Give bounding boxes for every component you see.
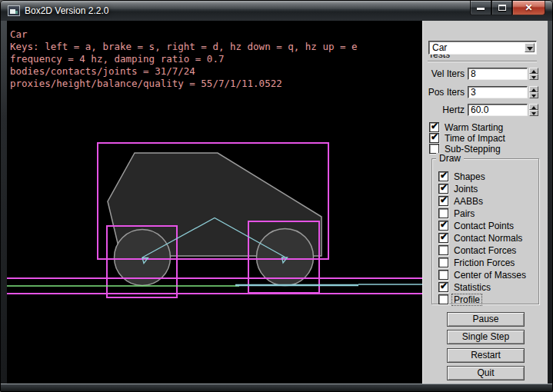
checkbox-box: ✔ [438, 221, 448, 231]
hertz-spinner [529, 104, 538, 116]
pause-button[interactable]: Pause [447, 312, 525, 327]
checkbox-box: ✔ [438, 184, 448, 194]
checkbox-box: ✔ [438, 196, 448, 206]
check-icon: ✔ [440, 219, 448, 230]
arrow-up-icon [531, 106, 536, 109]
checkbox-box: ✔ [438, 270, 448, 280]
restart-button[interactable]: Restart [447, 348, 525, 363]
chevron-down-icon [527, 47, 533, 51]
vel-iters-row: Vel Iters [423, 68, 548, 80]
pos-iters-input[interactable] [468, 86, 528, 98]
tests-dropdown[interactable]: Car [428, 41, 537, 55]
vel-iters-spinner [529, 68, 538, 80]
tests-dropdown-value: Car [432, 42, 447, 53]
arrow-down-icon [531, 112, 536, 115]
checkbox-box: ✔ [438, 245, 448, 255]
checkbox-label: Pairs [452, 208, 476, 219]
check-icon: ✔ [440, 194, 448, 205]
checkbox-box: ✔ [438, 233, 448, 243]
maximize-button[interactable] [491, 1, 512, 15]
checkbox-label: Center of Masses [452, 270, 528, 281]
pos-iters-row: Pos Iters [423, 86, 548, 98]
arrow-down-icon [531, 76, 536, 79]
control-panel: Tests Car Vel Iters Pos Iters [422, 21, 548, 384]
checkbox-box: ✔ [429, 133, 439, 143]
hertz-input[interactable] [468, 104, 528, 116]
checkbox-label: Warm Starting [443, 122, 505, 133]
checkbox-label: AABBs [452, 196, 485, 207]
app-icon [8, 5, 20, 16]
check-icon: ✔ [431, 131, 438, 142]
checkbox-label: Contact Points [452, 221, 515, 231]
checkbox-label: Shapes [452, 171, 487, 182]
arrow-up-icon [531, 88, 536, 91]
frequency-text: frequency = 4 hz, damping ratio = 0.7 [10, 53, 224, 65]
checkbox-label: Friction Forces [452, 257, 516, 268]
arrow-down-icon [531, 95, 536, 98]
minimize-button[interactable] [470, 1, 491, 15]
check-icon: ✔ [440, 281, 448, 291]
close-button[interactable]: ✕ [512, 1, 545, 15]
draw-group-label: Draw [436, 153, 464, 164]
checkbox-label: Time of Impact [443, 133, 507, 144]
simulation-canvas[interactable]: Car Keys: left = a, brake = s, right = d… [7, 21, 422, 384]
pos-iters-label: Pos Iters [423, 87, 465, 98]
check-icon: ✔ [440, 182, 448, 193]
checkbox-box: ✔ [438, 171, 448, 181]
checkbox-box: ✔ [438, 294, 448, 304]
checkbox-label: Joints [452, 184, 479, 194]
check-icon: ✔ [431, 121, 438, 131]
stats-bodies-text: bodies/contacts/joints = 31/7/24 [10, 65, 195, 77]
close-icon: ✕ [513, 2, 545, 13]
check-icon: ✔ [440, 170, 448, 181]
checkbox-label: Statistics [452, 282, 492, 293]
separator [428, 61, 537, 62]
window-titlebar[interactable]: Box2D Version 2.2.0 ✕ [1, 1, 553, 21]
checkbox-label: Contact Normals [452, 233, 524, 244]
minimize-icon [477, 8, 485, 10]
spinner-down-button[interactable] [529, 110, 538, 116]
window-title: Box2D Version 2.2.0 [25, 5, 108, 16]
vel-iters-input[interactable] [468, 68, 528, 80]
checkbox-box: ✔ [438, 208, 448, 218]
check-icon: ✔ [440, 231, 448, 242]
keys-help-text: Keys: left = a, brake = s, right = d, hz… [10, 41, 358, 52]
single-step-button[interactable]: Single Step [447, 330, 525, 344]
maximize-icon [498, 5, 506, 11]
arrow-up-icon [531, 70, 536, 73]
hertz-row: Hertz [423, 104, 548, 116]
app-window: Box2D Version 2.2.0 ✕ [0, 0, 553, 392]
vel-iters-label: Vel Iters [423, 68, 465, 79]
stats-proxies-text: proxies/height/balance/quality = 55/7/1/… [10, 78, 282, 89]
spinner-down-button[interactable] [529, 92, 538, 98]
checkbox-label: Profile [452, 294, 481, 305]
spinner-up-button[interactable] [529, 104, 538, 110]
spinner-up-button[interactable] [529, 86, 538, 92]
checkbox-box: ✔ [438, 282, 448, 292]
checkbox-box: ✔ [438, 257, 448, 267]
spinner-up-button[interactable] [529, 68, 538, 74]
pos-iters-spinner [529, 86, 538, 98]
checkbox-label: Contact Forces [452, 245, 518, 256]
hertz-label: Hertz [423, 105, 465, 115]
test-name-text: Car [10, 28, 28, 40]
spinner-down-button[interactable] [529, 74, 538, 80]
quit-button[interactable]: Quit [447, 366, 525, 380]
dropdown-arrow-button[interactable] [525, 43, 535, 52]
window-bottom-frame [1, 384, 553, 392]
